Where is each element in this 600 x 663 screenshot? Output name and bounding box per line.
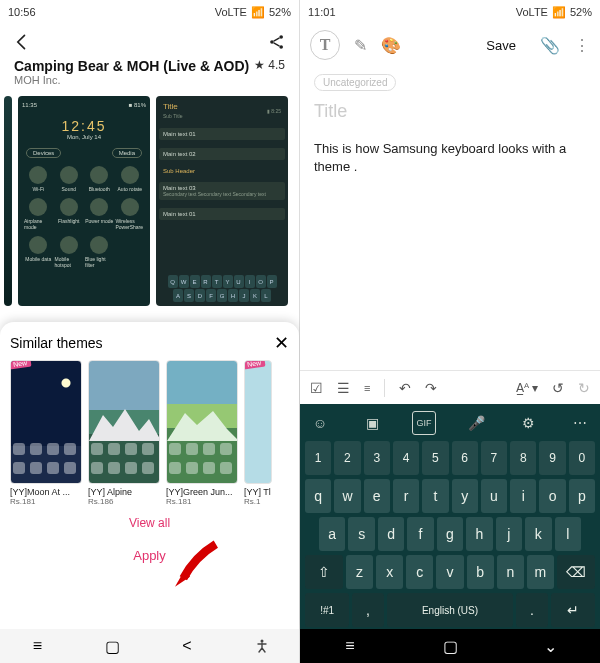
key-z[interactable]: z [346,555,373,589]
theme-item[interactable]: New [YY] Tl Rs.1 [244,360,272,506]
status-net: VoLTE [516,6,548,18]
attach-icon[interactable]: 📎 [540,36,560,55]
key-e[interactable]: e [364,479,390,513]
key-w[interactable]: w [334,479,360,513]
symbols-key[interactable]: !#1 [305,593,349,627]
emoji-icon[interactable]: ☺ [308,411,332,435]
key-3[interactable]: 3 [364,441,390,475]
key-1[interactable]: 1 [305,441,331,475]
outdent-icon[interactable]: ↶ [399,380,411,396]
recents-icon[interactable]: ≡ [340,636,360,656]
recents-icon[interactable]: ≡ [27,636,47,656]
key-r[interactable]: r [393,479,419,513]
key-a[interactable]: a [319,517,345,551]
key-0[interactable]: 0 [569,441,595,475]
apply-button[interactable]: Apply [10,534,289,577]
accessibility-icon[interactable] [252,636,272,656]
back-icon[interactable] [12,32,32,52]
key-q[interactable]: q [305,479,331,513]
checkbox-list-icon[interactable]: ☑ [310,380,323,396]
screenshot-3[interactable]: TitleSub Title▮ 8:25 Main text 01 Main t… [156,96,288,306]
phone-theme-store: 10:56 VoLTE 📶 52% Camping Bear & MOH (Li… [0,0,300,663]
keyboard-hide-icon[interactable]: ⌄ [540,636,560,656]
theme-name: [YY]Green Jun... [166,487,238,497]
nav-bar: ≡ ▢ ⌄ [300,629,600,663]
key-t[interactable]: t [422,479,448,513]
key-f[interactable]: f [407,517,433,551]
settings-icon[interactable]: ⚙ [516,411,540,435]
key-8[interactable]: 8 [510,441,536,475]
text-tool-button[interactable]: T [310,30,340,60]
key-d[interactable]: d [378,517,404,551]
key-b[interactable]: b [467,555,494,589]
key-y[interactable]: y [452,479,478,513]
pen-tool-icon[interactable]: ✎ [354,36,367,55]
text-style-icon[interactable]: A̲ᴬ ▾ [516,381,538,395]
view-all-button[interactable]: View all [10,506,289,534]
expand-icon[interactable]: ⋯ [568,411,592,435]
gif-icon[interactable]: GIF [412,411,436,435]
save-button[interactable]: Save [486,38,516,53]
enter-key[interactable]: ↵ [551,593,595,627]
key-s[interactable]: s [348,517,374,551]
share-icon[interactable] [267,32,287,52]
backspace-key[interactable]: ⌫ [557,555,595,589]
mini-keyboard: QWERTYUIOP ASDFGHJKL [159,274,285,302]
back-nav-icon[interactable]: < [177,636,197,656]
key-6[interactable]: 6 [452,441,478,475]
title-field[interactable]: Title [314,101,586,122]
key-5[interactable]: 5 [422,441,448,475]
sticker-icon[interactable]: ▣ [360,411,384,435]
home-icon[interactable]: ▢ [440,636,460,656]
note-header: T ✎ 🎨 Save 📎 ⋮ [300,24,600,66]
key-p[interactable]: p [569,479,595,513]
category-chip[interactable]: Uncategorized [314,74,396,91]
key-n[interactable]: n [497,555,524,589]
key-m[interactable]: m [527,555,554,589]
key-u[interactable]: u [481,479,507,513]
redo-icon[interactable]: ↻ [578,380,590,396]
space-key[interactable]: English (US) [387,593,513,627]
key-h[interactable]: h [466,517,492,551]
screenshot-2[interactable]: 11:35■ 81% 12:45 Mon, July 14 Devices Me… [18,96,150,306]
key-2[interactable]: 2 [334,441,360,475]
note-body[interactable]: Uncategorized Title This is how Samsung … [300,66,600,370]
theme-item[interactable]: [YY]Green Jun... Rs.181 [166,360,238,506]
bullet-list-icon[interactable]: ☰ [337,380,350,396]
palette-icon[interactable]: 🎨 [381,36,401,55]
theme-price: Rs.181 [10,497,82,506]
number-list-icon[interactable]: ≡ [364,382,370,394]
key-v[interactable]: v [436,555,463,589]
voice-icon[interactable]: 🎤 [464,411,488,435]
key-g[interactable]: g [437,517,463,551]
note-text[interactable]: This is how Samsung keyboard looks with … [314,140,586,176]
status-net: VoLTE [215,6,247,18]
key-7[interactable]: 7 [481,441,507,475]
home-icon[interactable]: ▢ [102,636,122,656]
theme-item[interactable]: New [YY]Moon At ... Rs.181 [10,360,82,506]
key-c[interactable]: c [406,555,433,589]
key-4[interactable]: 4 [393,441,419,475]
key-k[interactable]: k [525,517,551,551]
period-key[interactable]: . [516,593,548,627]
screenshot-1[interactable] [4,96,12,306]
key-o[interactable]: o [539,479,565,513]
key-x[interactable]: x [376,555,403,589]
similar-themes-row[interactable]: New [YY]Moon At ... Rs.181 [YY] Alpine R… [10,360,289,506]
theme-item[interactable]: [YY] Alpine Rs.186 [88,360,160,506]
more-icon[interactable]: ⋮ [574,36,590,55]
theme-price: Rs.186 [88,497,160,506]
screenshots-row[interactable]: 11:35■ 81% 12:45 Mon, July 14 Devices Me… [0,92,299,310]
key-i[interactable]: i [510,479,536,513]
shift-key[interactable]: ⇧ [305,555,343,589]
media-chip: Media [112,148,142,158]
comma-key[interactable]: , [352,593,384,627]
indent-icon[interactable]: ↷ [425,380,437,396]
phone-notes-app: 11:01 VoLTE 📶 52% T ✎ 🎨 Save 📎 ⋮ Uncateg… [300,0,600,663]
undo-icon[interactable]: ↺ [552,380,564,396]
key-l[interactable]: l [555,517,581,551]
status-bat: 52% [269,6,291,18]
key-9[interactable]: 9 [539,441,565,475]
close-icon[interactable]: ✕ [274,332,289,354]
key-j[interactable]: j [496,517,522,551]
